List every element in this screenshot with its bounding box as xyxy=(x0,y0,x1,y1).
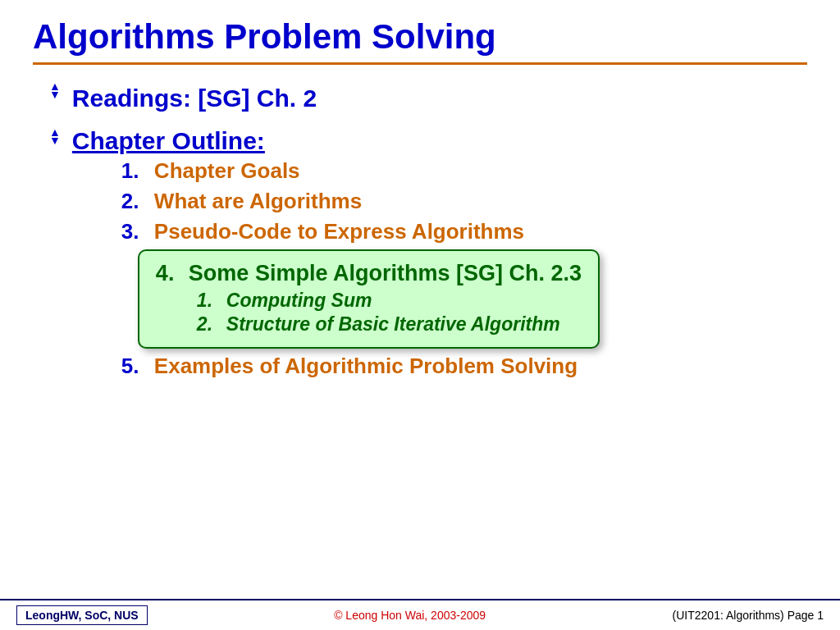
title-divider xyxy=(33,62,807,65)
highlighted-number-4: 4. xyxy=(156,261,189,286)
outline-text-1: Chapter Goals xyxy=(154,158,300,184)
outline-number-5: 5. xyxy=(121,354,154,379)
highlighted-box: 4. Some Simple Algorithms [SG] Ch. 2.3 1… xyxy=(138,249,600,349)
slide-title: Algorithms Problem Solving xyxy=(33,16,807,62)
highlighted-text-4: Some Simple Algorithms [SG] Ch. 2.3 xyxy=(189,261,582,286)
chapter-outline-label: Chapter Outline: xyxy=(72,127,265,154)
slide-container: Algorithms Problem Solving Readings: [SG… xyxy=(0,0,840,630)
sub-text-2: Structure of Basic Iterative Algorithm xyxy=(226,313,560,336)
outline-number-3: 3. xyxy=(121,219,154,244)
outline-item-5: 5. Examples of Algorithmic Problem Solvi… xyxy=(121,354,600,379)
outline-item-3: 3. Pseudo-Code to Express Algorithms xyxy=(121,219,600,244)
title-section: Algorithms Problem Solving xyxy=(33,16,807,65)
arrow-icon-outline xyxy=(49,129,61,145)
sub-item-1: 1. Computing Sum xyxy=(197,290,582,312)
outline-number-2: 2. xyxy=(121,189,154,214)
outline-list: 1. Chapter Goals 2. What are Algorithms … xyxy=(121,158,600,379)
footer-left: LeongHW, SoC, NUS xyxy=(16,605,148,625)
footer: LeongHW, SoC, NUS © Leong Hon Wai, 2003-… xyxy=(0,599,840,630)
footer-right: (UIT2201: Algorithms) Page 1 xyxy=(673,609,824,622)
outline-text-5: Examples of Algorithmic Problem Solving xyxy=(154,354,578,379)
chapter-outline-row: Chapter Outline: 1. Chapter Goals 2. Wha… xyxy=(49,127,807,384)
chapter-outline-content: Chapter Outline: 1. Chapter Goals 2. Wha… xyxy=(72,127,600,384)
sub-number-2: 2. xyxy=(197,313,226,336)
readings-text: Readings: [SG] Ch. 2 xyxy=(72,84,317,112)
highlighted-item-4: 4. Some Simple Algorithms [SG] Ch. 2.3 xyxy=(156,261,582,286)
arrow-icon-readings xyxy=(49,83,61,99)
footer-center: © Leong Hon Wai, 2003-2009 xyxy=(148,609,673,622)
sub-item-2: 2. Structure of Basic Iterative Algorith… xyxy=(197,313,582,336)
sub-text-1: Computing Sum xyxy=(226,290,372,312)
outline-item-1: 1. Chapter Goals xyxy=(121,158,600,184)
content-area: Readings: [SG] Ch. 2 Chapter Outline: 1.… xyxy=(33,81,807,384)
outline-item-2: 2. What are Algorithms xyxy=(121,189,600,214)
outline-text-2: What are Algorithms xyxy=(154,189,362,214)
outline-number-1: 1. xyxy=(121,158,154,184)
sub-number-1: 1. xyxy=(197,290,226,312)
readings-row: Readings: [SG] Ch. 2 xyxy=(49,81,807,112)
sub-list: 1. Computing Sum 2. Structure of Basic I… xyxy=(197,290,582,336)
outline-text-3: Pseudo-Code to Express Algorithms xyxy=(154,219,524,244)
